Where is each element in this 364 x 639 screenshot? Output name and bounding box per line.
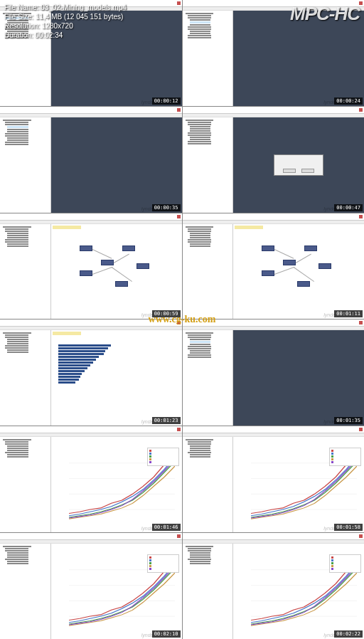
network-node[interactable] [297,281,310,287]
window-titlebar [183,533,365,540]
timestamp: 00:01:23 [152,417,181,424]
thumbnail[interactable]: lynda 00:01:35 [183,320,365,426]
chart-legend [147,448,179,466]
resolution-value: 1280x720 [42,22,73,30]
file-name-value: 03_02-Mining_models.mp4 [41,4,127,11]
network-node[interactable] [136,263,149,269]
thumbnail[interactable]: lynda 00:01:46 [0,426,182,532]
player-name: MPC-HC [290,3,360,40]
dialog-cancel-button[interactable] [301,169,314,173]
tree-panel [183,330,234,426]
chart-legend [147,554,179,573]
file-size-value: 11,4 MB (12 045 151 bytes) [36,13,123,21]
window-titlebar [0,213,182,221]
tree-panel [0,330,51,426]
thumbnail[interactable]: lynda 00:00:59 [0,213,182,320]
content-panel [233,117,364,213]
content-panel [51,544,182,639]
timestamp: 00:01:58 [334,524,363,531]
dialog-ok-button[interactable] [283,169,296,173]
window-titlebar [0,320,182,327]
content-panel [51,224,182,320]
thumbnail[interactable]: lynda 00:00:47 [183,107,365,213]
network-node[interactable] [101,260,114,265]
content-panel [233,437,364,532]
thumbnail-grid: lynda 00:00:12 lynda 00:00:24 lynda 00:0… [0,0,364,639]
thumbnail[interactable]: lynda 00:01:58 [183,426,365,532]
window-titlebar [183,320,365,327]
network-node[interactable] [262,270,274,276]
content-panel [51,437,182,532]
thumbnail[interactable]: lynda 00:01:23 [0,320,182,426]
video-info-overlay: File Name: 03_02-Mining_models.mp4 File … [0,0,364,43]
network-node[interactable] [318,263,331,269]
dependency-network [233,224,364,320]
network-node[interactable] [115,281,128,287]
window-titlebar [183,426,365,433]
thumbnail[interactable]: lynda 00:02:22 [183,533,365,639]
duration-value: 00:02:34 [35,31,63,39]
timestamp: 00:01:46 [152,524,181,531]
timestamp: 00:00:24 [334,97,363,105]
window-titlebar [0,426,182,433]
timestamp: 00:02:10 [152,630,181,638]
timestamp: 00:00:59 [152,310,181,317]
modal-dialog [274,154,323,176]
window-titlebar [0,107,182,114]
timestamp: 00:00:35 [152,204,181,211]
window-titlebar [0,533,182,540]
thumbnail[interactable]: lynda 00:01:11 [183,213,365,320]
tree-panel [183,117,234,213]
tree-panel [0,437,51,532]
content-panel [51,117,182,213]
network-node[interactable] [283,260,296,265]
tree-panel [0,224,51,320]
window-titlebar [183,107,365,114]
bar-chart [58,344,117,401]
tree-panel [183,437,234,532]
dependency-network [51,224,182,320]
tree-panel [183,224,234,320]
tree-panel [183,544,234,639]
chart-legend [329,554,361,573]
content-panel [233,330,364,426]
timestamp: 00:01:35 [334,417,363,424]
network-node[interactable] [122,245,135,251]
network-node[interactable] [304,245,317,251]
file-metadata: File Name: 03_02-Mining_models.mp4 File … [4,3,127,40]
timestamp: 00:01:11 [334,310,363,317]
timestamp: 00:02:22 [334,630,363,638]
content-panel [233,224,364,320]
window-titlebar [183,213,365,221]
content-panel [233,544,364,639]
network-node[interactable] [262,245,274,251]
network-node[interactable] [80,245,92,251]
thumbnail[interactable]: lynda 00:00:35 [0,107,182,213]
timestamp: 00:00:47 [334,204,363,211]
content-panel [51,330,182,426]
tree-panel [0,544,51,639]
network-node[interactable] [80,270,92,276]
chart-legend [329,448,361,466]
thumbnail[interactable]: lynda 00:02:10 [0,533,182,639]
timestamp: 00:00:12 [152,97,181,105]
tree-panel [0,117,51,213]
